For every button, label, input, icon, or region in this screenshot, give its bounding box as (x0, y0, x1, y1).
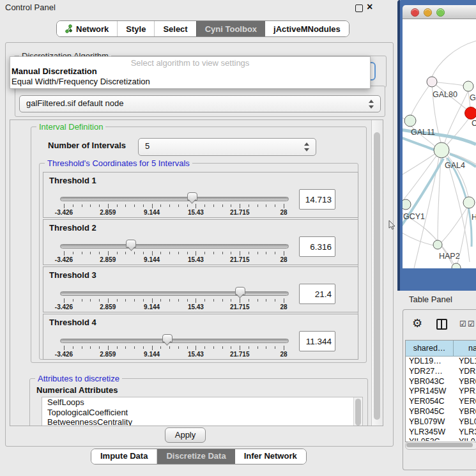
zoom-traffic-light-icon[interactable] (436, 8, 445, 17)
numerical-attributes-list[interactable]: SelfLoopsTopologicalCoefficientBetweenne… (42, 397, 363, 426)
table-row[interactable]: YDL19…YDL1 (406, 357, 476, 367)
tick-mark (240, 251, 240, 256)
threshold-slider[interactable]: -3.4262.8599.14415.4321.71528 (60, 335, 288, 358)
node-gcy1[interactable] (403, 199, 411, 210)
slider-track[interactable] (60, 244, 289, 249)
cell-name[interactable]: YDL1 (454, 357, 476, 367)
tab-cyni-toolbox[interactable]: Cyni Toolbox (196, 21, 265, 36)
scrollbar-thumb[interactable] (374, 132, 380, 420)
tick-mark (284, 251, 284, 256)
network-canvas[interactable]: GAL80 GA GAL11 C GAL4 GCY1 H HAP2 (403, 19, 476, 268)
tick-mark (187, 204, 188, 207)
slider-thumb[interactable] (235, 287, 245, 295)
table-row[interactable]: YLR345WYLR3 (406, 427, 476, 438)
cell-shared-name[interactable]: YBL079W (406, 417, 454, 427)
checkbox-icon[interactable]: ☑ (468, 320, 475, 328)
node-partial[interactable] (452, 263, 461, 268)
cell-shared-name[interactable]: YDR27… (406, 367, 454, 377)
threshold-slider[interactable]: -3.4262.8599.14415.4321.71528 (60, 288, 288, 311)
cell-shared-name[interactable]: YPR145W (406, 387, 454, 397)
table-row[interactable]: YPR145WYPR1 (406, 387, 476, 397)
gear-icon[interactable]: ⚙ (412, 318, 422, 329)
tick-mark (143, 299, 144, 302)
horizontal-scrollbar[interactable] (405, 441, 476, 450)
cell-name[interactable]: YIL0 (454, 437, 475, 441)
cell-shared-name[interactable]: YBR043C (406, 377, 454, 387)
table-row[interactable]: YBR043CYBR0 (406, 377, 476, 387)
slider-thumb[interactable] (126, 240, 136, 248)
node-ga[interactable] (463, 81, 473, 91)
cell-name[interactable]: YBL0 (454, 417, 476, 427)
tab-discretize-data[interactable]: Discretize Data (157, 449, 234, 464)
cell-shared-name[interactable]: YLR345W (406, 427, 454, 438)
slider-thumb[interactable] (162, 334, 173, 342)
network-nodes[interactable] (403, 77, 476, 268)
cell-name[interactable]: YBR0 (454, 407, 476, 417)
cell-shared-name[interactable]: YDL19… (406, 357, 454, 367)
cell-name[interactable]: YER0 (454, 397, 476, 407)
tab-jactivemnodules[interactable]: jActiveMNodules (265, 21, 349, 36)
number-of-intervals-spinner[interactable]: 5 (138, 138, 316, 156)
apply-button[interactable]: Apply (165, 427, 206, 443)
node-selected-red[interactable] (465, 107, 476, 119)
tick-mark (213, 346, 214, 349)
spinner-arrows-icon[interactable] (369, 100, 374, 109)
tick-label: 21.715 (230, 256, 250, 263)
dropdown-option-equal-width[interactable]: Equal Width/Frequency Discretization (12, 77, 150, 86)
table-row[interactable]: YIL053CYIL0 (406, 437, 476, 441)
list-scrollbar[interactable] (353, 397, 362, 426)
node-h[interactable] (463, 197, 475, 208)
slider-ticks (64, 298, 284, 303)
table-row[interactable]: YBR045CYBR0 (406, 407, 476, 417)
cell-name[interactable]: YPR1 (454, 387, 476, 397)
table-row[interactable]: YBL079WYBL0 (406, 417, 476, 427)
minimize-traffic-light-icon[interactable] (424, 8, 432, 17)
tab-network[interactable]: Network (57, 21, 117, 36)
node-gal80[interactable] (427, 77, 437, 87)
scrollbar-thumb[interactable] (355, 399, 361, 426)
attribute-list-item[interactable]: BetweennessCentrality (42, 417, 362, 426)
close-traffic-light-icon[interactable] (411, 8, 419, 17)
vertical-scrollbar[interactable] (371, 120, 383, 426)
cell-name[interactable]: YBR0 (454, 377, 476, 387)
cell-name[interactable]: YLR3 (454, 427, 476, 438)
close-icon[interactable]: × (367, 1, 372, 13)
node-table: shared… na YDL19…YDL1YDR27…YDR2YBR043CYB… (405, 340, 476, 442)
table-row[interactable]: YER054CYER0 (406, 397, 476, 407)
threshold-value-input[interactable] (299, 236, 335, 257)
threshold-value-input[interactable] (299, 331, 335, 351)
checkbox-icon[interactable]: ☑ (459, 320, 466, 328)
table-data-combobox[interactable]: galFiltered.sif default node (19, 95, 381, 112)
tab-select[interactable]: Select (154, 21, 196, 36)
cell-shared-name[interactable]: YBR045C (406, 407, 454, 417)
table-row[interactable]: YDR27…YDR2 (406, 367, 476, 377)
attribute-list-item[interactable]: TopologicalCoefficient (42, 408, 362, 418)
slider-thumb[interactable] (187, 192, 197, 201)
node-gal4[interactable] (434, 142, 449, 158)
dropdown-option-manual[interactable]: Manual Discretization (12, 66, 97, 76)
columns-icon[interactable] (436, 319, 447, 330)
threshold-value-input[interactable] (299, 189, 335, 210)
node-hap2[interactable] (433, 240, 442, 249)
node-gal11[interactable] (404, 115, 416, 127)
cell-shared-name[interactable]: YIL053C (406, 437, 454, 441)
float-window-icon[interactable] (355, 4, 363, 12)
slider-track[interactable] (60, 291, 289, 296)
tab-style[interactable]: Style (117, 21, 154, 36)
attribute-list-item[interactable]: SelfLoops (42, 397, 362, 408)
threshold-value-input[interactable] (299, 284, 335, 304)
column-header-shared-name[interactable]: shared… (406, 341, 454, 357)
slider-track[interactable] (60, 197, 289, 201)
tick-mark (222, 346, 223, 349)
threshold-slider[interactable]: -3.4262.8599.14415.4321.71528 (60, 193, 288, 216)
scrollbar-thumb[interactable] (406, 443, 473, 447)
column-header-name[interactable]: na (454, 341, 476, 357)
spinner-arrows-icon[interactable] (304, 142, 310, 151)
slider-track[interactable] (60, 339, 289, 343)
tab-infer-network[interactable]: Infer Network (235, 449, 306, 464)
tab-impute-data[interactable]: Impute Data (91, 449, 157, 464)
network-window-titlebar[interactable] (403, 5, 476, 19)
cell-shared-name[interactable]: YER054C (406, 397, 454, 407)
cell-name[interactable]: YDR2 (454, 367, 476, 377)
threshold-slider[interactable]: -3.4262.8599.14415.4321.71528 (60, 240, 288, 263)
